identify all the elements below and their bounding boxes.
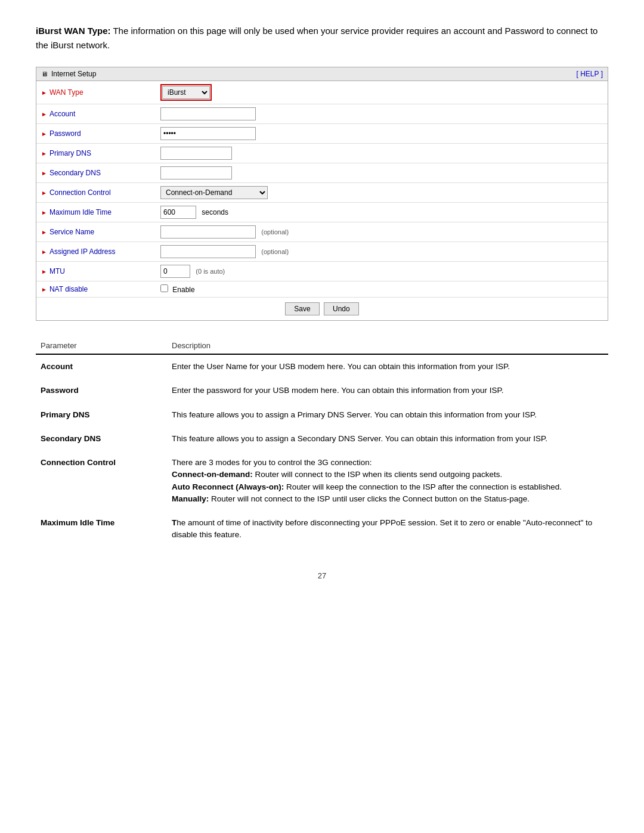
buttons-row: Save Undo xyxy=(36,298,608,321)
desc-account-param: Account xyxy=(36,354,167,379)
assigned-ip-input[interactable] xyxy=(160,245,256,258)
arrow-icon: ► xyxy=(41,229,47,236)
arrow-icon: ► xyxy=(41,249,47,255)
desc-secondary-dns-param: Secondary DNS xyxy=(36,427,167,451)
mtu-label: ► MTU xyxy=(41,267,151,275)
mtu-auto-note: (0 is auto) xyxy=(196,268,225,275)
connection-control-row: ► Connection Control Connect-on-Demand A… xyxy=(36,183,608,203)
desc-connection-control-row: Connection Control There are 3 modes for… xyxy=(36,451,608,511)
intro-rest: The information on this page will only b… xyxy=(36,26,597,50)
account-label: ► Account xyxy=(41,110,151,118)
secondary-dns-input[interactable] xyxy=(160,166,232,179)
seconds-label: seconds xyxy=(202,208,228,216)
page-number: 27 xyxy=(36,571,608,580)
desc-secondary-dns-desc: This feature allows you to assign a Seco… xyxy=(167,427,608,451)
nat-disable-label-text: NAT disable xyxy=(49,285,88,293)
secondary-dns-label: ► Secondary DNS xyxy=(41,169,151,177)
max-idle-time-label-text: Maximum Idle Time xyxy=(49,208,112,216)
account-input[interactable] xyxy=(160,107,256,120)
panel-title: Internet Setup xyxy=(51,70,96,78)
desc-primary-dns-param: Primary DNS xyxy=(36,403,167,427)
max-idle-time-input[interactable] xyxy=(160,206,196,219)
desc-account-row: Account Enter the User Name for your USB… xyxy=(36,354,608,379)
arrow-icon: ► xyxy=(41,209,47,216)
desc-max-idle-time-desc: The amount of time of inactivity before … xyxy=(167,511,608,547)
desc-primary-dns-desc: This feature allows you to assign a Prim… xyxy=(167,403,608,427)
account-label-text: Account xyxy=(49,110,75,118)
primary-dns-label: ► Primary DNS xyxy=(41,149,151,157)
description-section: Parameter Description Account Enter the … xyxy=(36,339,608,547)
panel-title-area: 🖥 Internet Setup xyxy=(41,70,96,78)
service-name-input[interactable] xyxy=(160,225,256,239)
service-name-optional: (optional) xyxy=(261,228,289,236)
help-link[interactable]: [ HELP ] xyxy=(577,70,603,78)
desc-password-param: Password xyxy=(36,379,167,402)
assigned-ip-label: ► Assigned IP Address xyxy=(41,247,151,256)
max-idle-time-label: ► Maximum Idle Time xyxy=(41,208,151,216)
account-row: ► Account xyxy=(36,104,608,124)
service-name-row: ► Service Name (optional) xyxy=(36,222,608,242)
wan-type-label: ► WAN Type xyxy=(41,88,151,97)
primary-dns-input[interactable] xyxy=(160,147,232,160)
arrow-icon: ► xyxy=(41,131,47,137)
connection-control-label-text: Connection Control xyxy=(49,188,111,197)
wan-type-select-wrapper: iBurst xyxy=(160,84,212,101)
desc-account-desc: Enter the User Name for your USB modem h… xyxy=(167,354,608,379)
password-label-text: Password xyxy=(49,129,81,138)
max-idle-time-row: ► Maximum Idle Time seconds xyxy=(36,203,608,222)
assigned-ip-row: ► Assigned IP Address (optional) xyxy=(36,242,608,262)
assigned-ip-optional: (optional) xyxy=(261,248,289,255)
undo-button[interactable]: Undo xyxy=(324,302,359,315)
save-button[interactable]: Save xyxy=(285,302,319,315)
intro-paragraph: iBurst WAN Type: The information on this… xyxy=(36,24,608,52)
intro-bold: iBurst WAN Type: xyxy=(36,26,111,36)
arrow-icon: ► xyxy=(41,190,47,196)
desc-primary-dns-row: Primary DNS This feature allows you to a… xyxy=(36,403,608,427)
desc-table: Parameter Description Account Enter the … xyxy=(36,339,608,547)
password-label: ► Password xyxy=(41,129,151,138)
arrow-icon: ► xyxy=(41,268,47,275)
desc-max-idle-time-param: Maximum Idle Time xyxy=(36,511,167,547)
arrow-icon: ► xyxy=(41,89,47,96)
nat-disable-row: ► NAT disable Enable xyxy=(36,281,608,298)
connection-control-select[interactable]: Connect-on-Demand Auto Reconnect (Always… xyxy=(160,186,268,199)
desc-connection-control-param: Connection Control xyxy=(36,451,167,511)
mtu-label-text: MTU xyxy=(49,267,65,275)
desc-password-row: Password Enter the password for your USB… xyxy=(36,379,608,402)
secondary-dns-row: ► Secondary DNS xyxy=(36,163,608,183)
desc-max-idle-time-row: Maximum Idle Time The amount of time of … xyxy=(36,511,608,547)
nat-disable-label: ► NAT disable xyxy=(41,285,151,293)
primary-dns-row: ► Primary DNS xyxy=(36,144,608,163)
connection-control-label: ► Connection Control xyxy=(41,188,151,197)
primary-dns-label-text: Primary DNS xyxy=(49,149,91,157)
internet-setup-panel: 🖥 Internet Setup [ HELP ] ► WAN Type iBu… xyxy=(36,67,608,321)
arrow-icon: ► xyxy=(41,170,47,176)
desc-header-row: Parameter Description xyxy=(36,339,608,354)
service-name-label-text: Service Name xyxy=(49,228,94,236)
secondary-dns-label-text: Secondary DNS xyxy=(49,169,101,177)
arrow-icon: ► xyxy=(41,286,47,293)
panel-header: 🖥 Internet Setup [ HELP ] xyxy=(36,67,608,81)
form-table: ► WAN Type iBurst ► Acc xyxy=(36,81,608,320)
nat-disable-checkbox[interactable] xyxy=(160,284,168,292)
mtu-input[interactable] xyxy=(160,265,190,278)
monitor-icon: 🖥 xyxy=(41,70,48,78)
desc-col-header: Description xyxy=(167,339,608,354)
mtu-row: ► MTU (0 is auto) xyxy=(36,262,608,281)
password-input[interactable] xyxy=(160,127,256,140)
desc-password-desc: Enter the password for your USB modem he… xyxy=(167,379,608,402)
param-col-header: Parameter xyxy=(36,339,167,354)
desc-secondary-dns-row: Secondary DNS This feature allows you to… xyxy=(36,427,608,451)
nat-enable-label: Enable xyxy=(172,286,194,294)
service-name-label: ► Service Name xyxy=(41,228,151,236)
password-row: ► Password xyxy=(36,124,608,144)
wan-type-row: ► WAN Type iBurst xyxy=(36,81,608,104)
wan-type-select[interactable]: iBurst xyxy=(162,86,210,99)
arrow-icon: ► xyxy=(41,150,47,157)
wan-type-label-text: WAN Type xyxy=(49,88,83,97)
assigned-ip-label-text: Assigned IP Address xyxy=(49,247,116,256)
desc-connection-control-desc: There are 3 modes for you to control the… xyxy=(167,451,608,511)
arrow-icon: ► xyxy=(41,111,47,117)
